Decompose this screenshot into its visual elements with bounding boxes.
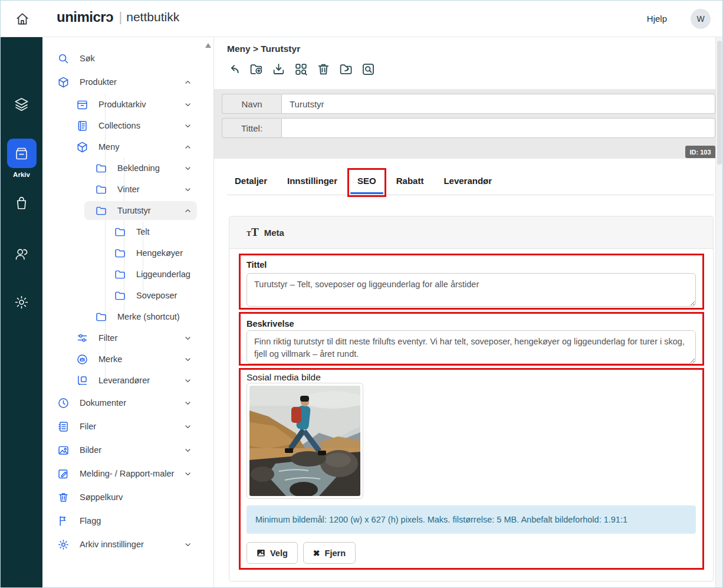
sidebar-item-arkiv-innstillinger[interactable]: Arkiv innstillinger <box>42 533 206 556</box>
rail-item-gear[interactable] <box>1 294 42 310</box>
annotation-box-meta-tittel: Tittel <box>239 254 704 310</box>
folder-icon <box>114 247 126 259</box>
id-badge: ID: 103 <box>685 146 715 158</box>
package-icon <box>57 76 70 88</box>
image-requirements-info: Minimum bildemål: 1200 (w) x 627 (h) pix… <box>247 505 696 534</box>
chevron-up-icon <box>183 206 192 215</box>
sidebar-item-merke[interactable]: Merke <box>42 349 206 370</box>
velg-button[interactable]: Velg <box>247 542 298 564</box>
folder-plus-button[interactable] <box>248 61 265 78</box>
sidebar-item-produktarkiv[interactable]: Produktarkiv <box>42 94 206 115</box>
sidebar-item-turutstyr[interactable]: Turutstyr <box>42 200 206 221</box>
sidebar-item-meny[interactable]: Meny <box>42 136 206 157</box>
sidebar-item-bilder[interactable]: Bilder <box>42 438 206 462</box>
sidebar-item-label: Filer <box>80 422 96 431</box>
trash-icon <box>316 62 331 77</box>
sidebar-item-filer[interactable]: Filer <box>42 415 206 438</box>
social-image-label: Sosial media bilde <box>247 372 321 383</box>
sidebar-item-label: Arkiv innstillinger <box>80 540 144 549</box>
folder-move-icon <box>339 62 353 77</box>
chevron-down-icon <box>183 355 192 364</box>
sidebar-item-label: Soveposer <box>136 291 177 300</box>
tab-seo[interactable]: SEO <box>357 176 376 195</box>
user-avatar[interactable]: W <box>691 9 711 29</box>
sidebar-item-liggeunderlag[interactable]: Liggeunderlag <box>42 264 206 285</box>
tittel-input[interactable] <box>281 118 715 138</box>
users-icon <box>14 246 29 262</box>
sidebar-item-produkter[interactable]: Produkter <box>42 70 206 94</box>
rail-item-layers[interactable] <box>1 96 42 112</box>
social-image-illustration <box>249 386 360 496</box>
toolbar <box>225 61 377 78</box>
meta-beskrivelse-textarea[interactable] <box>247 330 696 364</box>
help-link[interactable]: Hjelp <box>647 14 667 24</box>
sidebar-item-søk[interactable]: Søk <box>42 47 206 70</box>
sidebar-item-label: Melding- / Rapport-maler <box>80 469 174 478</box>
page-scrollbar-thumb[interactable] <box>717 41 722 165</box>
sidebar-item-label: Flagg <box>80 516 101 525</box>
fjern-button[interactable]: ✖ Fjern <box>303 542 356 564</box>
undo-button[interactable] <box>225 61 242 78</box>
navn-input[interactable] <box>281 94 715 114</box>
sidebar-item-flagg[interactable]: Flagg <box>42 509 206 533</box>
sidebar-item-label: Bekledning <box>117 163 160 173</box>
folder-plus-icon <box>249 62 264 77</box>
sidebar-item-soveposer[interactable]: Soveposer <box>42 285 206 306</box>
sliders-icon <box>76 332 88 344</box>
main-content: Meny > Turutstyr Navn Tittel: ID: 103 De… <box>214 37 723 588</box>
rail-item-bag[interactable] <box>1 195 42 211</box>
file-lines-icon <box>57 421 70 433</box>
sidebar-item-label: Leverandører <box>98 376 150 385</box>
trash-button[interactable] <box>315 61 332 78</box>
sidebar-item-merke-shortcut-[interactable]: Merke (shortcut) <box>42 306 206 327</box>
sidebar-item-telt[interactable]: Telt <box>42 221 206 242</box>
layers-icon <box>14 96 29 112</box>
tab-leverandør[interactable]: Leverandør <box>443 176 492 195</box>
tab-detaljer[interactable]: Detaljer <box>235 176 267 195</box>
sidebar-item-label: Turutstyr <box>117 206 151 215</box>
chevron-down-icon <box>183 334 192 343</box>
image-icon <box>257 548 265 557</box>
sidebar-item-label: Dokumenter <box>80 398 126 408</box>
meta-section-header: TT Meta <box>229 216 713 249</box>
sidebar-item-label: Søppelkurv <box>80 492 123 502</box>
folder-move-button[interactable] <box>337 61 354 78</box>
download-button[interactable] <box>270 61 287 78</box>
tab-rabatt[interactable]: Rabatt <box>396 176 424 195</box>
sidebar-item-bekledning[interactable]: Bekledning <box>42 157 206 179</box>
navn-label: Navn <box>222 94 281 114</box>
tab-bar: DetaljerInnstillingerSEORabattLeverandør <box>227 159 714 195</box>
sidebar-nav: SøkProdukterProduktarkivCollectionsMenyB… <box>42 37 214 588</box>
home-icon <box>15 11 30 27</box>
nav-scroll-up-button[interactable] <box>205 43 211 48</box>
sidebar-item-collections[interactable]: Collections <box>42 115 206 136</box>
tab-innstillinger[interactable]: Innstillinger <box>287 176 337 195</box>
seo-panel: TT Meta Tittel Beskrivelse Sosial media … <box>229 216 714 582</box>
remove-x-icon: ✖ <box>313 548 320 558</box>
meta-tittel-textarea[interactable] <box>247 273 696 307</box>
sidebar-item-label: Meny <box>98 142 119 152</box>
sidebar-item-hengekøyer[interactable]: Hengekøyer <box>42 242 206 264</box>
grid-search-button[interactable] <box>293 61 310 78</box>
sidebar-item-søppelkurv[interactable]: Søppelkurv <box>42 485 206 509</box>
sidebar-item-vinter[interactable]: Vinter <box>42 179 206 200</box>
sidebar-item-melding-rapport-maler[interactable]: Melding- / Rapport-maler <box>42 462 206 485</box>
sidebar-item-leverandører[interactable]: Leverandører <box>42 370 206 391</box>
rail-item-users[interactable] <box>1 246 42 262</box>
breadcrumb: Meny > Turutstyr <box>227 44 300 54</box>
folder-icon <box>95 311 107 323</box>
handtruck-icon <box>76 375 88 387</box>
edit-icon <box>57 468 70 480</box>
folder-icon <box>114 226 126 238</box>
sidebar-item-label: Vinter <box>117 185 140 194</box>
sidebar-item-label: Produkter <box>80 77 117 87</box>
sidebar-item-label: Søk <box>80 54 95 63</box>
sidebar-item-label: Telt <box>136 227 150 236</box>
zoom-box-button[interactable] <box>360 61 377 78</box>
rail-item-arkiv[interactable]: Arkiv <box>1 139 42 178</box>
sidebar-item-filter[interactable]: Filter <box>42 327 206 349</box>
home-button[interactable] <box>13 9 32 28</box>
rail-item-label: Arkiv <box>13 171 30 178</box>
folder-icon <box>95 205 107 217</box>
sidebar-item-dokumenter[interactable]: Dokumenter <box>42 391 206 415</box>
